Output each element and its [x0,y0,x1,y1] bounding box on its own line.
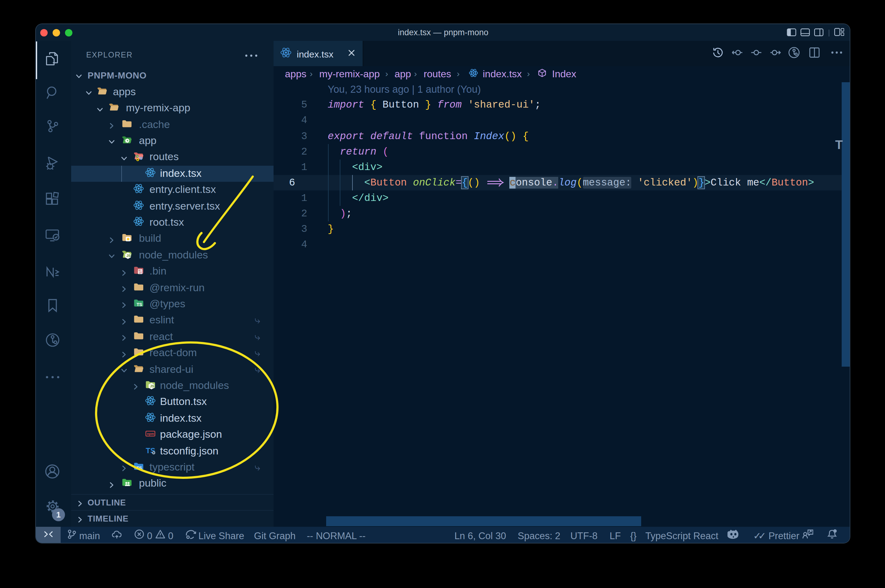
svg-text:npm: npm [147,432,154,436]
svg-text:JS: JS [150,384,154,388]
svg-text:TS: TS [136,466,142,471]
svg-text:JS: JS [126,254,131,258]
svg-text:TS: TS [136,302,142,307]
svg-text:10: 10 [138,272,142,275]
